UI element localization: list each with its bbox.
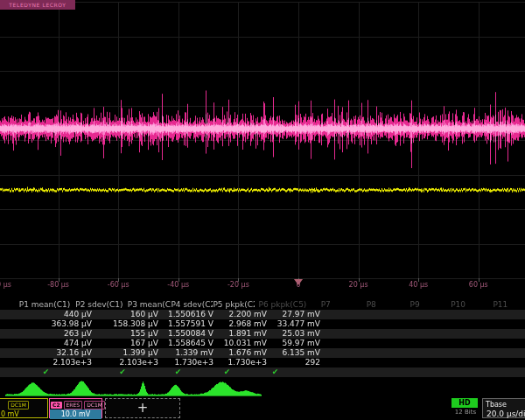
measure-column-header-inactive[interactable]: P7 bbox=[318, 300, 363, 310]
time-axis-tick-label: 60 µs bbox=[469, 281, 488, 289]
measure-column-header-inactive[interactable]: P8 bbox=[363, 300, 407, 310]
oscilloscope-screen: TELEDYNE LECROY -100 µs-80 µs-60 µs-40 µ… bbox=[0, 0, 525, 420]
measure-value: 1.550616 V bbox=[164, 310, 219, 319]
measure-value: 10.031 mV bbox=[219, 339, 272, 348]
measure-value: 1.730e+3 bbox=[164, 358, 219, 368]
measure-value: 1.730e+3 bbox=[219, 358, 272, 368]
channel-c2-descriptor[interactable]: C2 ERES DC1M 10.0 mV bbox=[49, 398, 102, 418]
c2-coupling-badge: DC1M bbox=[84, 401, 105, 410]
measure-status-check-icon: ✔ bbox=[0, 368, 92, 377]
measure-value: 2.968 mV bbox=[219, 319, 272, 329]
time-axis-tick-label: -80 µs bbox=[47, 281, 69, 289]
measure-value: 27.97 mV bbox=[272, 310, 326, 319]
timebase-descriptor[interactable]: Tbase 20.0 µs/div bbox=[482, 398, 525, 418]
measure-value: 292 bbox=[272, 358, 326, 368]
measure-row-sdev: 32.16 µV1.399 µV1.339 mV1.676 mV6.135 mV bbox=[0, 348, 525, 358]
measure-value: 1.891 mV bbox=[219, 329, 272, 339]
timebase-title: Tbase bbox=[483, 399, 525, 410]
measurement-table: P1 mean(C1)P2 sdev(C1)P3 mean(C2)P4 sdev… bbox=[0, 300, 525, 377]
waveform-grid-canvas[interactable] bbox=[0, 0, 525, 292]
time-axis-tick-label: 40 µs bbox=[409, 281, 428, 289]
measure-value: 363.98 µV bbox=[0, 319, 97, 329]
measure-column-header[interactable]: P5 pkpk(C2) bbox=[213, 300, 255, 310]
measure-value: 167 µV bbox=[97, 339, 164, 348]
measure-value: 25.03 mV bbox=[272, 329, 326, 339]
measure-column-header-inactive[interactable]: P10 bbox=[447, 300, 489, 310]
measure-status-check-icon: ✔ bbox=[203, 368, 251, 377]
measure-value: 2.200 mV bbox=[219, 310, 272, 319]
measure-column-header-inactive[interactable]: P6 pkpk(C5) bbox=[255, 300, 317, 310]
time-axis-tick-label: -20 µs bbox=[228, 281, 249, 289]
c1-volts-per-div: 10.0 mV bbox=[0, 410, 47, 419]
timebase-scale: 20.0 µs/div bbox=[483, 410, 525, 419]
measure-status-check-icon: ✔ bbox=[92, 368, 153, 377]
measure-value: 1.557591 V bbox=[164, 319, 219, 329]
measure-column-header[interactable]: P4 sdev(C2) bbox=[171, 300, 213, 310]
measure-column-header-inactive[interactable]: P11 bbox=[489, 300, 525, 310]
measure-value: 1.339 mV bbox=[164, 348, 219, 358]
time-axis: -100 µs-80 µs-60 µs-40 µs-20 µs020 µs40 … bbox=[0, 279, 525, 291]
c2-label: C2 bbox=[51, 402, 62, 409]
measure-status-check-icon: ✔ bbox=[251, 368, 299, 377]
measure-value: 59.97 mV bbox=[272, 339, 326, 348]
measure-row-num: 2.103e+32.103e+31.730e+31.730e+3292 bbox=[0, 358, 525, 368]
measure-value: 263 µV bbox=[0, 329, 97, 339]
measure-value: 160 µV bbox=[97, 310, 164, 319]
time-axis-tick-label: -100 µs bbox=[0, 281, 11, 289]
measure-status-row: ✔✔✔✔✔ bbox=[0, 368, 525, 377]
measure-column-header-inactive[interactable]: P9 bbox=[406, 300, 447, 310]
time-axis-tick-label: -60 µs bbox=[108, 281, 130, 289]
c2-eres-badge: ERES bbox=[64, 401, 83, 410]
measure-value: 1.399 µV bbox=[97, 348, 164, 358]
measure-row-max: 474 µV167 µV1.558645 V10.031 mV59.97 mV bbox=[0, 339, 525, 348]
hd-mode-badge[interactable]: HD bbox=[452, 398, 478, 408]
measure-value: 1.550084 V bbox=[164, 329, 219, 339]
measure-value: 1.676 mV bbox=[219, 348, 272, 358]
measure-value: 158.308 µV bbox=[97, 319, 164, 329]
measure-value: 474 µV bbox=[0, 339, 97, 348]
measure-value: 2.103e+3 bbox=[0, 358, 97, 368]
time-axis-tick-label: 0 bbox=[296, 281, 300, 289]
c2-volts-per-div: 10.0 mV bbox=[50, 410, 102, 419]
measure-column-header[interactable]: P1 mean(C1) bbox=[0, 300, 75, 310]
measure-value: 33.477 mV bbox=[272, 319, 326, 329]
measure-table-header-row: P1 mean(C1)P2 sdev(C1)P3 mean(C2)P4 sdev… bbox=[0, 300, 525, 310]
c1-coupling-badge: DC1M bbox=[8, 401, 29, 410]
measure-row-min: 263 µV155 µV1.550084 V1.891 mV25.03 mV bbox=[0, 329, 525, 339]
add-trace-button[interactable]: + bbox=[105, 398, 180, 418]
top-left-watermark-label: TELEDYNE LECROY bbox=[0, 0, 75, 10]
measure-column-header[interactable]: P3 mean(C2) bbox=[128, 300, 172, 310]
descriptor-bar: DC1M 10.0 mV C2 ERES DC1M 10.0 mV + HD 1… bbox=[0, 398, 525, 420]
channel-c1-descriptor[interactable]: DC1M 10.0 mV bbox=[0, 398, 48, 418]
measure-value: 440 µV bbox=[0, 310, 97, 319]
resolution-bits-label: 12 Bits bbox=[448, 409, 483, 416]
measure-value: 155 µV bbox=[97, 329, 164, 339]
measure-row-value: 440 µV160 µV1.550616 V2.200 mV27.97 mV bbox=[0, 310, 525, 319]
time-axis-tick-label: -40 µs bbox=[167, 281, 189, 289]
measure-value: 6.135 mV bbox=[272, 348, 326, 358]
measure-column-header[interactable]: P2 sdev(C1) bbox=[75, 300, 128, 310]
time-axis-tick-label: 20 µs bbox=[349, 281, 368, 289]
measure-value: 2.103e+3 bbox=[97, 358, 164, 368]
measure-row-mean: 363.98 µV158.308 µV1.557591 V2.968 mV33.… bbox=[0, 319, 525, 329]
measure-value: 32.16 µV bbox=[0, 348, 97, 358]
measure-status-check-icon: ✔ bbox=[153, 368, 203, 377]
measure-value: 1.558645 V bbox=[164, 339, 219, 348]
